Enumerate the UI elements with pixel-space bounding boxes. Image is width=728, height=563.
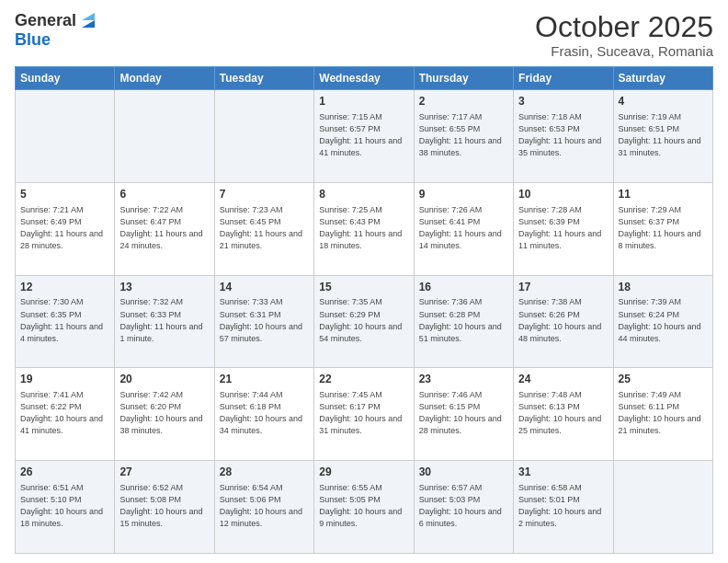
day-cell: 7Sunrise: 7:23 AM Sunset: 6:45 PM Daylig… xyxy=(214,182,313,275)
logo: General Blue xyxy=(15,11,98,50)
day-info: Sunrise: 7:28 AM Sunset: 6:39 PM Dayligh… xyxy=(518,204,608,252)
day-info: Sunrise: 7:45 AM Sunset: 6:17 PM Dayligh… xyxy=(319,389,408,437)
day-info: Sunrise: 7:32 AM Sunset: 6:33 PM Dayligh… xyxy=(119,296,209,344)
day-number: 2 xyxy=(419,94,508,109)
day-info: Sunrise: 7:44 AM Sunset: 6:18 PM Dayligh… xyxy=(220,389,309,437)
day-info: Sunrise: 7:41 AM Sunset: 6:22 PM Dayligh… xyxy=(20,389,109,437)
day-number: 29 xyxy=(319,465,408,480)
day-number: 7 xyxy=(220,187,309,202)
day-number: 1 xyxy=(319,94,408,109)
day-number: 11 xyxy=(619,187,708,202)
day-info: Sunrise: 6:58 AM Sunset: 5:01 PM Dayligh… xyxy=(518,482,608,530)
day-number: 17 xyxy=(518,280,608,295)
day-number: 3 xyxy=(518,94,608,109)
day-cell: 28Sunrise: 6:54 AM Sunset: 5:06 PM Dayli… xyxy=(214,461,313,554)
day-number: 26 xyxy=(20,465,109,480)
day-info: Sunrise: 7:29 AM Sunset: 6:37 PM Dayligh… xyxy=(619,204,708,252)
week-row-3: 19Sunrise: 7:41 AM Sunset: 6:22 PM Dayli… xyxy=(16,368,713,461)
week-row-4: 26Sunrise: 6:51 AM Sunset: 5:10 PM Dayli… xyxy=(16,461,713,554)
day-cell: 10Sunrise: 7:28 AM Sunset: 6:39 PM Dayli… xyxy=(514,182,613,275)
day-info: Sunrise: 7:19 AM Sunset: 6:51 PM Dayligh… xyxy=(619,111,708,159)
day-info: Sunrise: 7:17 AM Sunset: 6:55 PM Dayligh… xyxy=(419,111,508,159)
day-info: Sunrise: 7:26 AM Sunset: 6:41 PM Dayligh… xyxy=(419,204,508,252)
day-info: Sunrise: 7:18 AM Sunset: 6:53 PM Dayligh… xyxy=(518,111,608,159)
day-info: Sunrise: 6:54 AM Sunset: 5:06 PM Dayligh… xyxy=(220,482,309,530)
day-info: Sunrise: 7:39 AM Sunset: 6:24 PM Dayligh… xyxy=(619,296,708,344)
calendar-header: Sunday Monday Tuesday Wednesday Thursday… xyxy=(16,67,713,90)
day-info: Sunrise: 7:49 AM Sunset: 6:11 PM Dayligh… xyxy=(619,389,708,437)
day-cell xyxy=(613,461,712,554)
day-cell: 23Sunrise: 7:46 AM Sunset: 6:15 PM Dayli… xyxy=(414,368,513,461)
week-row-0: 1Sunrise: 7:15 AM Sunset: 6:57 PM Daylig… xyxy=(16,90,713,183)
day-number: 12 xyxy=(20,280,109,295)
col-friday: Friday xyxy=(514,67,613,90)
day-cell: 31Sunrise: 6:58 AM Sunset: 5:01 PM Dayli… xyxy=(514,461,613,554)
header: General Blue October 2025 Frasin, Suceav… xyxy=(15,11,713,59)
day-number: 22 xyxy=(319,372,408,387)
col-saturday: Saturday xyxy=(613,67,712,90)
svg-marker-1 xyxy=(82,13,95,20)
day-cell: 17Sunrise: 7:38 AM Sunset: 6:26 PM Dayli… xyxy=(514,275,613,368)
day-number: 28 xyxy=(220,465,309,480)
day-number: 8 xyxy=(319,187,408,202)
day-cell: 25Sunrise: 7:49 AM Sunset: 6:11 PM Dayli… xyxy=(613,368,712,461)
day-number: 24 xyxy=(518,372,608,387)
day-number: 20 xyxy=(119,372,209,387)
day-info: Sunrise: 7:42 AM Sunset: 6:20 PM Dayligh… xyxy=(119,389,209,437)
day-info: Sunrise: 7:23 AM Sunset: 6:45 PM Dayligh… xyxy=(220,204,309,252)
day-cell: 11Sunrise: 7:29 AM Sunset: 6:37 PM Dayli… xyxy=(613,182,712,275)
day-info: Sunrise: 7:21 AM Sunset: 6:49 PM Dayligh… xyxy=(20,204,109,252)
day-cell: 5Sunrise: 7:21 AM Sunset: 6:49 PM Daylig… xyxy=(16,182,115,275)
col-wednesday: Wednesday xyxy=(314,67,414,90)
day-number: 30 xyxy=(419,465,508,480)
day-info: Sunrise: 7:33 AM Sunset: 6:31 PM Dayligh… xyxy=(220,296,309,344)
day-number: 16 xyxy=(419,280,508,295)
calendar: Sunday Monday Tuesday Wednesday Thursday… xyxy=(15,66,713,554)
day-number: 18 xyxy=(619,280,708,295)
day-cell: 15Sunrise: 7:35 AM Sunset: 6:29 PM Dayli… xyxy=(314,275,414,368)
day-number: 27 xyxy=(119,465,209,480)
day-cell: 18Sunrise: 7:39 AM Sunset: 6:24 PM Dayli… xyxy=(613,275,712,368)
day-info: Sunrise: 7:36 AM Sunset: 6:28 PM Dayligh… xyxy=(419,296,508,344)
day-info: Sunrise: 6:52 AM Sunset: 5:08 PM Dayligh… xyxy=(119,482,209,530)
page: General Blue October 2025 Frasin, Suceav… xyxy=(0,0,728,563)
day-number: 9 xyxy=(419,187,508,202)
day-info: Sunrise: 7:22 AM Sunset: 6:47 PM Dayligh… xyxy=(119,204,209,252)
day-cell xyxy=(115,90,214,183)
day-number: 5 xyxy=(20,187,109,202)
day-cell: 24Sunrise: 7:48 AM Sunset: 6:13 PM Dayli… xyxy=(514,368,613,461)
day-cell: 14Sunrise: 7:33 AM Sunset: 6:31 PM Dayli… xyxy=(214,275,313,368)
day-info: Sunrise: 6:55 AM Sunset: 5:05 PM Dayligh… xyxy=(319,482,408,530)
day-number: 23 xyxy=(419,372,508,387)
day-cell: 16Sunrise: 7:36 AM Sunset: 6:28 PM Dayli… xyxy=(414,275,513,368)
day-number: 25 xyxy=(619,372,708,387)
day-info: Sunrise: 7:15 AM Sunset: 6:57 PM Dayligh… xyxy=(319,111,408,159)
day-info: Sunrise: 7:25 AM Sunset: 6:43 PM Dayligh… xyxy=(319,204,408,252)
day-cell: 19Sunrise: 7:41 AM Sunset: 6:22 PM Dayli… xyxy=(16,368,115,461)
day-number: 6 xyxy=(119,187,209,202)
day-cell: 4Sunrise: 7:19 AM Sunset: 6:51 PM Daylig… xyxy=(613,90,712,183)
col-sunday: Sunday xyxy=(16,67,115,90)
title-block: October 2025 Frasin, Suceava, Romania xyxy=(535,11,713,59)
day-cell: 8Sunrise: 7:25 AM Sunset: 6:43 PM Daylig… xyxy=(314,182,414,275)
logo-general-text: General xyxy=(15,12,76,30)
day-cell: 6Sunrise: 7:22 AM Sunset: 6:47 PM Daylig… xyxy=(115,182,214,275)
day-cell: 3Sunrise: 7:18 AM Sunset: 6:53 PM Daylig… xyxy=(514,90,613,183)
day-cell: 26Sunrise: 6:51 AM Sunset: 5:10 PM Dayli… xyxy=(16,461,115,554)
calendar-body: 1Sunrise: 7:15 AM Sunset: 6:57 PM Daylig… xyxy=(16,90,713,554)
day-cell: 29Sunrise: 6:55 AM Sunset: 5:05 PM Dayli… xyxy=(314,461,414,554)
day-cell: 2Sunrise: 7:17 AM Sunset: 6:55 PM Daylig… xyxy=(414,90,513,183)
day-cell: 12Sunrise: 7:30 AM Sunset: 6:35 PM Dayli… xyxy=(16,275,115,368)
day-number: 21 xyxy=(220,372,309,387)
col-thursday: Thursday xyxy=(414,67,513,90)
header-row: Sunday Monday Tuesday Wednesday Thursday… xyxy=(16,67,713,90)
col-monday: Monday xyxy=(115,67,214,90)
day-cell: 13Sunrise: 7:32 AM Sunset: 6:33 PM Dayli… xyxy=(115,275,214,368)
day-number: 14 xyxy=(220,280,309,295)
day-cell xyxy=(214,90,313,183)
logo-icon xyxy=(78,11,98,31)
day-info: Sunrise: 7:48 AM Sunset: 6:13 PM Dayligh… xyxy=(518,389,608,437)
svg-marker-0 xyxy=(82,20,95,28)
day-info: Sunrise: 7:35 AM Sunset: 6:29 PM Dayligh… xyxy=(319,296,408,344)
week-row-2: 12Sunrise: 7:30 AM Sunset: 6:35 PM Dayli… xyxy=(16,275,713,368)
